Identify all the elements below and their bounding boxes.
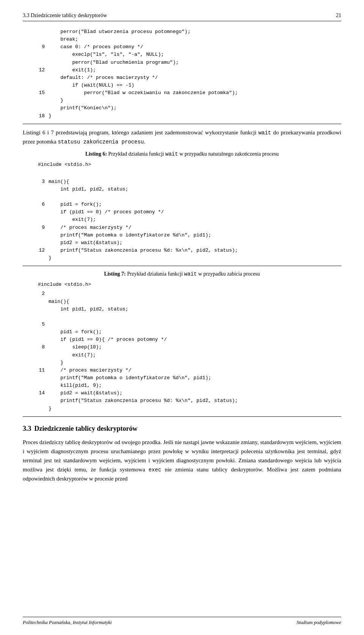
header-title: 3.3 Dziedziczenie tablicy deskryptorów — [23, 11, 107, 19]
divider-1 — [23, 124, 341, 124]
listing6-caption-rest: Przykład działania funkcji wait w przypa… — [107, 151, 279, 157]
section-heading: 3.3Dziedziczenie tablicy deskryptorów — [23, 424, 341, 434]
listing7-intro: #include <stdio.h> — [38, 280, 341, 288]
top-code-section: 9 12 15 18 perror("Blad utworzenia proce… — [38, 28, 341, 120]
header-page-number: 21 — [336, 11, 341, 19]
page-footer: Politechnika Poznańska, Instytut Informa… — [23, 617, 341, 626]
listing6-code-content: main(){ int pid1, pid2, status; pid1 = f… — [49, 170, 341, 262]
code-inline-wait-3: wait — [184, 271, 197, 277]
footer-left: Politechnika Poznańska, Instytut Informa… — [23, 619, 112, 626]
code-inline-wait-1: wait — [258, 130, 271, 136]
listing7-caption-rest: Przykład działania funkcji wait w przypa… — [126, 271, 260, 277]
prose-2: Proces dziedziczy tablicę deskryptorów o… — [23, 438, 341, 483]
listing6-intro: #include <stdio.h> — [38, 160, 341, 169]
listing7-caption: Listing 7: Przykład działania funkcji wa… — [23, 270, 341, 278]
listing7-intro-code: #include <stdio.h> — [38, 281, 91, 288]
code-inline-wait-2: wait — [165, 151, 178, 157]
listing6-code-section: 3 6 9 12 main(){ int pid1, pid2, status;… — [38, 170, 341, 262]
page-header: 3.3 Dziedziczenie tablicy deskryptorów 2… — [23, 11, 341, 21]
listing6-line-numbers: 3 6 9 12 — [38, 170, 49, 262]
listing7-code-section: 2 5 8 11 14 main(){ int pid1, pid2, stat… — [38, 290, 341, 412]
listing6-intro-code: #include <stdio.h> — [38, 161, 91, 168]
listing7-line-numbers: 2 5 8 11 14 — [38, 290, 49, 412]
listing7-code-content: main(){ int pid1, pid2, status; pid1 = f… — [49, 290, 341, 412]
footer-right: Studium podyplomowe — [297, 619, 341, 626]
listing6-caption-bold: Listing 6: — [85, 151, 107, 157]
prose-1: Listingi 6 i 7 przedstawiają program, kt… — [23, 128, 341, 147]
listing6-caption: Listing 6: Przykład działania funkcji wa… — [23, 150, 341, 158]
divider-2 — [23, 266, 341, 266]
top-code-content: perror("Blad utworzenia procesu potomneg… — [49, 28, 341, 120]
section-title: Dziedziczenie tablicy deskryptorów — [35, 425, 138, 432]
listing7-caption-bold: Listing 7: — [104, 271, 126, 277]
code-inline-exec: exec — [149, 467, 162, 473]
page: 3.3 Dziedziczenie tablicy deskryptorów 2… — [0, 0, 364, 635]
top-code-line-numbers: 9 12 15 18 — [38, 28, 49, 120]
divider-3 — [23, 416, 341, 417]
section-number: 3.3 — [23, 425, 31, 432]
